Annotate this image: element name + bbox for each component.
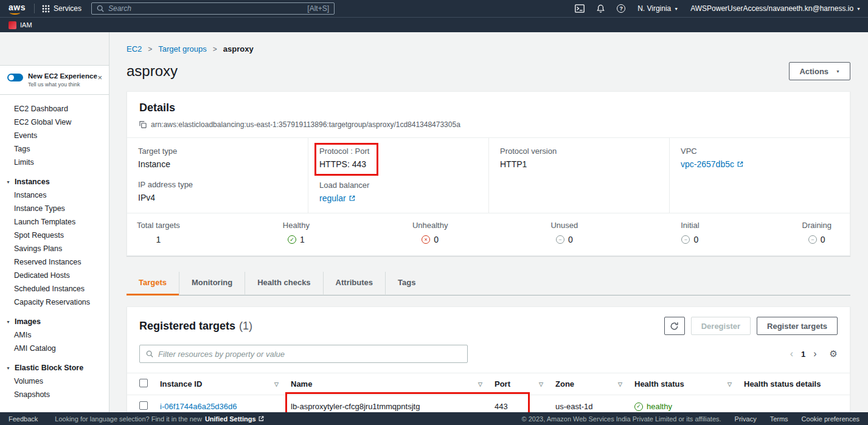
tab-targets[interactable]: Targets (127, 272, 179, 295)
sidebar-item-volumes[interactable]: Volumes (0, 375, 109, 388)
close-icon[interactable]: × (97, 74, 102, 81)
sort-icon[interactable]: ▽ (274, 381, 279, 387)
tab-attributes[interactable]: Attributes (323, 272, 385, 295)
topbar-divider (34, 4, 35, 13)
sidebar-item-launch-templates[interactable]: Launch Templates (0, 215, 109, 229)
breadcrumb-separator: > (213, 45, 217, 54)
help-button[interactable]: ? (617, 4, 625, 13)
copy-icon[interactable] (139, 121, 147, 128)
search-shortcut-hint: [Alt+S] (307, 4, 329, 13)
services-menu-button[interactable]: Services (42, 4, 82, 13)
sidebar-item-instances[interactable]: Instances (0, 188, 109, 202)
sidebar-spacer (0, 32, 109, 65)
sidebar-item-tags[interactable]: Tags (0, 142, 109, 156)
new-experience-toggle[interactable] (7, 74, 23, 81)
global-search-box[interactable]: [Alt+S] (91, 2, 335, 15)
load-balancer-link[interactable]: regular (319, 193, 355, 203)
topbar-left: aws Services [Alt+S] (7, 2, 335, 15)
notifications-button[interactable] (597, 4, 605, 13)
deregister-button[interactable]: Deregister (691, 317, 751, 335)
sidebar-item-dedicated-hosts[interactable]: Dedicated Hosts (0, 269, 109, 282)
field-target-type: Target type Instance (138, 147, 297, 169)
instance-id-link[interactable]: i-06f1744a6a25d36d6 (160, 402, 237, 411)
refresh-button[interactable] (664, 317, 685, 335)
stat-initial: Initial −0 (681, 221, 699, 244)
tab-health-checks[interactable]: Health checks (245, 272, 322, 295)
column-health-status[interactable]: Health status▽ (628, 373, 738, 395)
section-title: Instances (15, 178, 50, 186)
main-content: EC2 > Target groups > asproxy asproxy Ac… (109, 32, 868, 412)
caret-down-icon: ▼ (836, 69, 840, 74)
stat-draining: Draining −0 (802, 221, 832, 244)
stat-total-targets: Total targets 1 (137, 221, 180, 244)
filter-input[interactable] (158, 350, 461, 359)
feedback-link[interactable]: Feedback (9, 415, 38, 423)
sort-icon[interactable]: ▽ (618, 381, 622, 387)
column-name[interactable]: Name▽ (285, 373, 488, 395)
registered-targets-header: Registered targets(1) Deregister Registe… (127, 307, 850, 345)
vpc-link[interactable]: vpc-2657db5c (681, 159, 743, 169)
sidebar-item-savings-plans[interactable]: Savings Plans (0, 242, 109, 255)
tab-bar: Targets Monitoring Health checks Attribu… (127, 272, 850, 295)
field-value: Instance (138, 159, 297, 169)
sidebar-item-events[interactable]: Events (0, 129, 109, 142)
sort-icon[interactable]: ▽ (478, 381, 482, 387)
next-page-button[interactable]: › (813, 349, 816, 359)
select-all-checkbox[interactable] (139, 379, 148, 387)
sidebar-item-reserved-instances[interactable]: Reserved Instances (0, 255, 109, 269)
breadcrumb-target-groups[interactable]: Target groups (158, 44, 207, 54)
new-experience-subtitle[interactable]: Tell us what you think (28, 81, 97, 88)
row-checkbox[interactable] (139, 401, 148, 410)
column-zone[interactable]: Zone▽ (549, 373, 628, 395)
tab-monitoring[interactable]: Monitoring (179, 272, 245, 295)
unified-settings-link[interactable]: Unified Settings (205, 415, 264, 423)
previous-page-button[interactable]: ‹ (790, 349, 793, 359)
column-port[interactable]: Port▽ (488, 373, 549, 395)
sidebar-section-images[interactable]: ▼ Images (0, 315, 109, 328)
sidebar-item-capacity-reservations[interactable]: Capacity Reservations (0, 295, 109, 309)
sidebar-item-limits[interactable]: Limits (0, 156, 109, 169)
account-menu[interactable]: AWSPowerUserAccess/navaneeth.kn@harness.… (690, 4, 861, 13)
table-settings-gear-icon[interactable]: ⚙ (830, 348, 838, 359)
sidebar-section-elastic-block-store[interactable]: ▼ Elastic Block Store (0, 361, 109, 375)
sidebar-item-instance-types[interactable]: Instance Types (0, 202, 109, 215)
sort-icon[interactable]: ▽ (727, 381, 732, 387)
sidebar-item-spot-requests[interactable]: Spot Requests (0, 229, 109, 242)
filter-box[interactable] (139, 345, 468, 363)
terms-link[interactable]: Terms (770, 415, 788, 423)
sort-icon[interactable]: ▽ (539, 381, 543, 387)
field-label: IP address type (138, 180, 297, 189)
register-targets-button[interactable]: Register targets (757, 317, 838, 335)
sidebar-item-scheduled-instances[interactable]: Scheduled Instances (0, 282, 109, 295)
actions-button[interactable]: Actions ▼ (789, 62, 850, 80)
breadcrumb-separator: > (148, 45, 152, 54)
registered-targets-card: Registered targets(1) Deregister Registe… (127, 306, 850, 412)
section-collapse-icon: ▼ (6, 366, 10, 370)
favorite-iam[interactable]: IAM (9, 21, 32, 29)
sidebar-section-instances[interactable]: ▼ Instances (0, 175, 109, 188)
sidebar-item-ami-catalog[interactable]: AMI Catalog (0, 342, 109, 355)
field-label: Protocol : Port (319, 147, 369, 156)
privacy-link[interactable]: Privacy (735, 415, 757, 423)
sidebar-item-snapshots[interactable]: Snapshots (0, 388, 109, 401)
search-input[interactable] (108, 4, 303, 13)
column-instance-id[interactable]: Instance ID▽ (154, 373, 285, 395)
targets-table: Instance ID▽ Name▽ Port▽ Zone▽ Health st… (127, 373, 850, 412)
sidebar-item-ec2-dashboard[interactable]: EC2 Dashboard (0, 102, 109, 116)
annotation-protocol-port-box: Protocol : Port HTTPS: 443 (314, 143, 378, 176)
field-vpc: VPC vpc-2657db5c (681, 147, 839, 169)
aws-logo[interactable]: aws (7, 2, 29, 15)
sidebar-item-ec2-global-view[interactable]: EC2 Global View (0, 116, 109, 129)
sidebar-item-amis[interactable]: AMIs (0, 328, 109, 342)
breadcrumb-ec2[interactable]: EC2 (127, 44, 142, 54)
cloudshell-button[interactable] (575, 4, 585, 13)
tab-tags[interactable]: Tags (385, 272, 428, 295)
region-selector[interactable]: N. Virginia ▼ (637, 4, 678, 13)
breadcrumb: EC2 > Target groups > asproxy (127, 44, 850, 54)
services-grid-icon (42, 5, 50, 13)
page-number[interactable]: 1 (801, 350, 805, 359)
cookie-preferences-link[interactable]: Cookie preferences (802, 415, 859, 423)
question-mark-icon: ? (617, 4, 625, 13)
registered-targets-title: Registered targets (139, 320, 235, 332)
region-label: N. Virginia (637, 4, 671, 13)
